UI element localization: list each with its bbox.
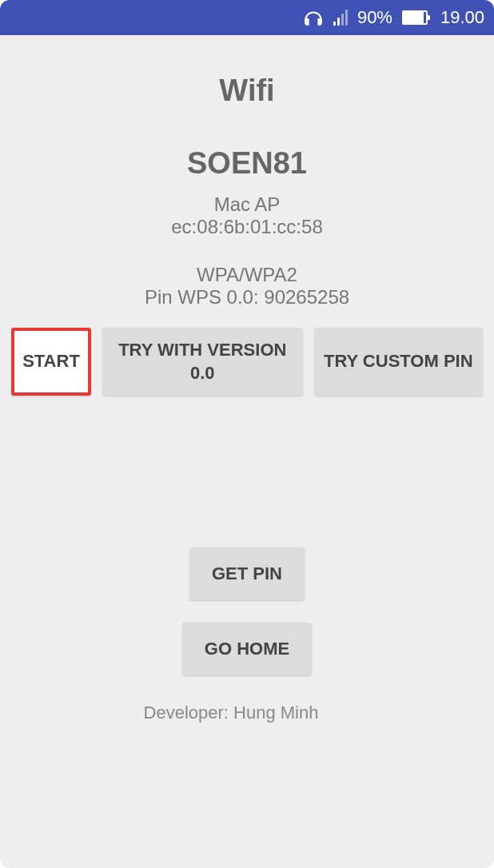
page-title: Wifi: [219, 74, 274, 108]
clock: 19.00: [440, 7, 484, 28]
lower-section: GET PIN GO HOME Developer: Hung Minh: [144, 547, 351, 723]
headphones-icon: [303, 7, 324, 28]
mac-label: Mac AP: [214, 193, 281, 216]
try-custom-pin-button[interactable]: TRY CUSTOM PIN: [314, 328, 483, 396]
action-button-row: START TRY WITH VERSION 0.0 TRY CUSTOM PI…: [0, 328, 494, 396]
wps-pin-line: Pin WPS 0.0: 90265258: [145, 286, 349, 309]
battery-icon: [402, 10, 428, 25]
security-type: WPA/WPA2: [197, 264, 297, 286]
start-button[interactable]: START: [11, 328, 91, 396]
content-area: Wifi SOEN81 Mac AP ec:08:6b:01:cc:58 WPA…: [0, 35, 494, 868]
status-bar: 90% 19.00: [0, 0, 494, 35]
wifi-ssid: SOEN81: [187, 146, 307, 181]
battery-percent: 90%: [357, 7, 392, 28]
signal-icon: [333, 10, 348, 26]
mac-value: ec:08:6b:01:cc:58: [171, 216, 322, 238]
try-version-button[interactable]: TRY WITH VERSION 0.0: [102, 328, 303, 396]
get-pin-button[interactable]: GET PIN: [189, 547, 305, 600]
go-home-button[interactable]: GO HOME: [182, 623, 312, 675]
developer-credit: Developer: Hung Minh: [144, 703, 351, 723]
